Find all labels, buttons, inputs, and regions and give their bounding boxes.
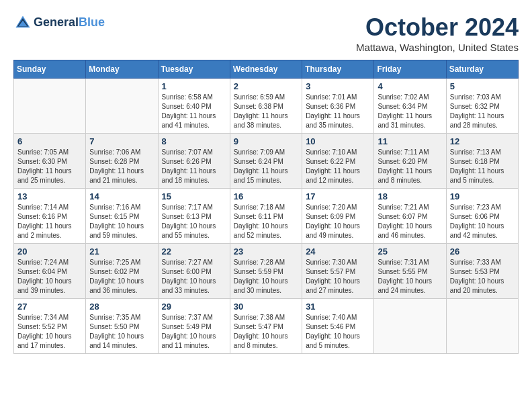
day-number: 24 [306, 246, 370, 257]
calendar-cell: 26Sunrise: 7:33 AMSunset: 5:53 PMDayligh… [446, 244, 518, 299]
calendar-cell: 15Sunrise: 7:17 AMSunset: 6:13 PMDayligh… [158, 189, 230, 244]
weekday-header: Monday [86, 60, 158, 79]
calendar-header: SundayMondayTuesdayWednesdayThursdayFrid… [14, 60, 519, 79]
day-info: Sunrise: 7:17 AMSunset: 6:13 PMDaylight:… [162, 203, 226, 240]
day-info: Sunrise: 7:16 AMSunset: 6:15 PMDaylight:… [89, 203, 154, 240]
weekday-header: Wednesday [230, 60, 302, 79]
calendar-week-row: 20Sunrise: 7:24 AMSunset: 6:04 PMDayligh… [14, 244, 519, 299]
calendar-week-row: 6Sunrise: 7:05 AMSunset: 6:30 PMDaylight… [14, 134, 519, 189]
calendar-cell [86, 79, 158, 134]
weekday-header: Tuesday [158, 60, 230, 79]
day-number: 19 [450, 191, 515, 201]
day-number: 6 [17, 136, 82, 146]
calendar-cell: 29Sunrise: 7:37 AMSunset: 5:49 PMDayligh… [158, 299, 230, 354]
day-number: 25 [378, 246, 442, 257]
day-number: 23 [234, 246, 298, 257]
calendar-cell: 6Sunrise: 7:05 AMSunset: 6:30 PMDaylight… [14, 134, 86, 189]
location: Mattawa, Washington, United States [356, 42, 519, 53]
calendar-cell: 17Sunrise: 7:20 AMSunset: 6:09 PMDayligh… [302, 189, 374, 244]
day-info: Sunrise: 7:14 AMSunset: 6:16 PMDaylight:… [17, 203, 82, 240]
day-info: Sunrise: 7:07 AMSunset: 6:26 PMDaylight:… [162, 148, 226, 185]
calendar-cell: 4Sunrise: 7:02 AMSunset: 6:34 PMDaylight… [374, 79, 446, 134]
day-info: Sunrise: 7:21 AMSunset: 6:07 PMDaylight:… [378, 203, 442, 240]
calendar-cell: 24Sunrise: 7:30 AMSunset: 5:57 PMDayligh… [302, 244, 374, 299]
weekday-header: Sunday [14, 60, 86, 79]
calendar-cell: 7Sunrise: 7:06 AMSunset: 6:28 PMDaylight… [86, 134, 158, 189]
calendar-cell: 20Sunrise: 7:24 AMSunset: 6:04 PMDayligh… [14, 244, 86, 299]
day-info: Sunrise: 6:58 AMSunset: 6:40 PMDaylight:… [162, 93, 226, 130]
day-number: 2 [234, 81, 298, 91]
weekday-header: Thursday [302, 60, 374, 79]
day-info: Sunrise: 7:24 AMSunset: 6:04 PMDaylight:… [17, 258, 82, 295]
day-number: 7 [89, 136, 154, 146]
weekday-header: Friday [374, 60, 446, 79]
calendar-cell: 25Sunrise: 7:31 AMSunset: 5:55 PMDayligh… [374, 244, 446, 299]
day-info: Sunrise: 7:38 AMSunset: 5:47 PMDaylight:… [234, 313, 298, 351]
day-number: 29 [162, 302, 226, 312]
day-number: 5 [450, 81, 515, 91]
day-info: Sunrise: 7:30 AMSunset: 5:57 PMDaylight:… [306, 258, 370, 295]
calendar-cell: 14Sunrise: 7:16 AMSunset: 6:15 PMDayligh… [86, 189, 158, 244]
page-header: GeneralBlue October 2024 Mattawa, Washin… [13, 13, 519, 53]
day-number: 1 [162, 81, 226, 91]
calendar-cell: 5Sunrise: 7:03 AMSunset: 6:32 PMDaylight… [446, 79, 518, 134]
day-info: Sunrise: 7:10 AMSunset: 6:22 PMDaylight:… [306, 148, 370, 185]
calendar-cell: 2Sunrise: 6:59 AMSunset: 6:38 PMDaylight… [230, 79, 302, 134]
day-number: 28 [89, 302, 154, 312]
calendar-cell: 31Sunrise: 7:40 AMSunset: 5:46 PMDayligh… [302, 299, 374, 354]
day-info: Sunrise: 7:23 AMSunset: 6:06 PMDaylight:… [450, 203, 515, 240]
day-info: Sunrise: 7:02 AMSunset: 6:34 PMDaylight:… [378, 93, 442, 130]
day-info: Sunrise: 7:34 AMSunset: 5:52 PMDaylight:… [17, 313, 82, 351]
day-number: 3 [306, 81, 370, 91]
day-info: Sunrise: 7:13 AMSunset: 6:18 PMDaylight:… [450, 148, 515, 185]
day-number: 26 [450, 246, 515, 257]
calendar-week-row: 27Sunrise: 7:34 AMSunset: 5:52 PMDayligh… [14, 299, 519, 354]
logo-icon [13, 13, 32, 32]
title-block: October 2024 Mattawa, Washington, United… [356, 13, 519, 53]
day-number: 9 [234, 136, 298, 146]
day-number: 13 [17, 191, 82, 201]
day-info: Sunrise: 7:20 AMSunset: 6:09 PMDaylight:… [306, 203, 370, 240]
day-info: Sunrise: 7:03 AMSunset: 6:32 PMDaylight:… [450, 93, 515, 130]
calendar-week-row: 1Sunrise: 6:58 AMSunset: 6:40 PMDaylight… [14, 79, 519, 134]
calendar-cell: 21Sunrise: 7:25 AMSunset: 6:02 PMDayligh… [86, 244, 158, 299]
calendar-cell: 12Sunrise: 7:13 AMSunset: 6:18 PMDayligh… [446, 134, 518, 189]
calendar-cell: 3Sunrise: 7:01 AMSunset: 6:36 PMDaylight… [302, 79, 374, 134]
day-info: Sunrise: 7:31 AMSunset: 5:55 PMDaylight:… [378, 258, 442, 295]
calendar-cell [374, 299, 446, 354]
day-info: Sunrise: 7:27 AMSunset: 6:00 PMDaylight:… [162, 258, 226, 295]
calendar-cell: 22Sunrise: 7:27 AMSunset: 6:00 PMDayligh… [158, 244, 230, 299]
calendar-cell: 13Sunrise: 7:14 AMSunset: 6:16 PMDayligh… [14, 189, 86, 244]
calendar-cell: 19Sunrise: 7:23 AMSunset: 6:06 PMDayligh… [446, 189, 518, 244]
day-number: 11 [378, 136, 442, 146]
month-title: October 2024 [356, 13, 519, 42]
calendar-table: SundayMondayTuesdayWednesdayThursdayFrid… [13, 60, 519, 354]
calendar-cell: 10Sunrise: 7:10 AMSunset: 6:22 PMDayligh… [302, 134, 374, 189]
weekday-header: Saturday [446, 60, 518, 79]
day-info: Sunrise: 7:09 AMSunset: 6:24 PMDaylight:… [234, 148, 298, 185]
calendar-cell [14, 79, 86, 134]
day-number: 17 [306, 191, 370, 201]
day-info: Sunrise: 7:37 AMSunset: 5:49 PMDaylight:… [162, 313, 226, 351]
calendar-week-row: 13Sunrise: 7:14 AMSunset: 6:16 PMDayligh… [14, 189, 519, 244]
day-number: 22 [162, 246, 226, 257]
day-info: Sunrise: 7:33 AMSunset: 5:53 PMDaylight:… [450, 258, 515, 295]
calendar-cell: 18Sunrise: 7:21 AMSunset: 6:07 PMDayligh… [374, 189, 446, 244]
day-info: Sunrise: 7:40 AMSunset: 5:46 PMDaylight:… [306, 313, 370, 351]
day-number: 14 [89, 191, 154, 201]
calendar-cell: 28Sunrise: 7:35 AMSunset: 5:50 PMDayligh… [86, 299, 158, 354]
calendar-cell: 16Sunrise: 7:18 AMSunset: 6:11 PMDayligh… [230, 189, 302, 244]
day-info: Sunrise: 7:35 AMSunset: 5:50 PMDaylight:… [89, 313, 154, 351]
day-number: 4 [378, 81, 442, 91]
day-info: Sunrise: 7:25 AMSunset: 6:02 PMDaylight:… [89, 258, 154, 295]
day-info: Sunrise: 7:06 AMSunset: 6:28 PMDaylight:… [89, 148, 154, 185]
day-number: 18 [378, 191, 442, 201]
calendar-cell: 23Sunrise: 7:28 AMSunset: 5:59 PMDayligh… [230, 244, 302, 299]
day-info: Sunrise: 7:11 AMSunset: 6:20 PMDaylight:… [378, 148, 442, 185]
day-number: 31 [306, 302, 370, 312]
day-info: Sunrise: 6:59 AMSunset: 6:38 PMDaylight:… [234, 93, 298, 130]
day-number: 8 [162, 136, 226, 146]
day-number: 16 [234, 191, 298, 201]
calendar-cell: 27Sunrise: 7:34 AMSunset: 5:52 PMDayligh… [14, 299, 86, 354]
calendar-cell: 8Sunrise: 7:07 AMSunset: 6:26 PMDaylight… [158, 134, 230, 189]
